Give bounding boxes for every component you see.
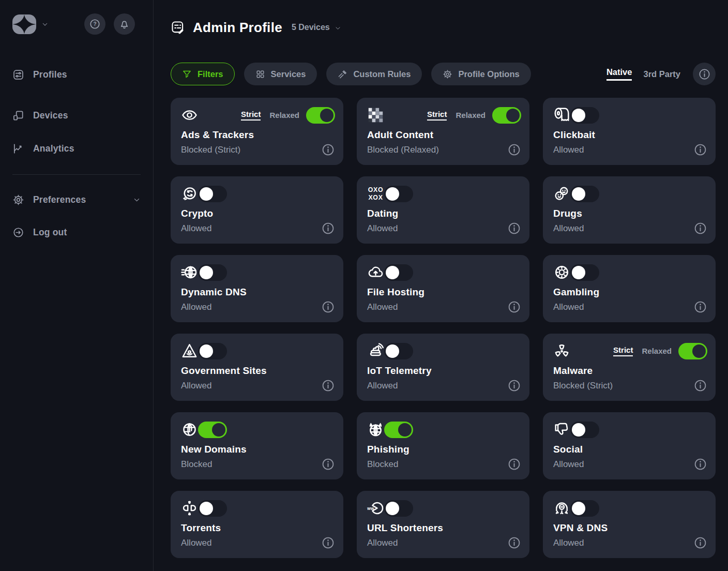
filter-toggle[interactable] (384, 264, 413, 281)
filter-toggle[interactable] (678, 343, 707, 359)
profile-badge-icon (171, 20, 185, 35)
sidebar-item-label: Log out (33, 227, 67, 238)
info-icon[interactable] (693, 379, 707, 393)
info-icon[interactable] (507, 300, 521, 314)
filter-toggle[interactable] (570, 422, 599, 438)
info-icon[interactable] (321, 379, 335, 393)
filter-card: Crypto Allowed (171, 176, 343, 244)
info-icon[interactable] (693, 300, 707, 314)
filter-card: Social Allowed (543, 412, 716, 479)
filter-card: Phishing Blocked (357, 412, 529, 479)
filter-title: URL Shorteners (367, 522, 521, 534)
toggle-knob (386, 344, 399, 358)
sidebar-item-devices[interactable]: Devices (12, 108, 141, 123)
info-icon[interactable] (321, 457, 335, 471)
info-icon[interactable] (693, 457, 707, 471)
info-icon[interactable] (693, 143, 707, 157)
tab-services[interactable]: Services (244, 63, 317, 85)
sidebar-item-profiles[interactable]: Profiles (12, 67, 141, 82)
chevron-down-icon (133, 196, 141, 204)
sidebar-item-analytics[interactable]: Analytics (12, 141, 141, 156)
info-icon[interactable] (693, 536, 707, 550)
brand-logo (12, 14, 36, 34)
info-icon[interactable] (507, 457, 521, 471)
filter-toggle[interactable] (492, 107, 521, 124)
relaxed-option[interactable]: Relaxed (269, 111, 299, 119)
sidebar-item-label: Preferences (33, 194, 86, 205)
filter-toggle[interactable] (570, 264, 599, 281)
info-icon[interactable] (321, 536, 335, 550)
tab-profile-options[interactable]: Profile Options (431, 63, 530, 85)
filter-status: Blocked (181, 459, 212, 470)
filter-toggle[interactable] (570, 186, 599, 202)
filter-toggle[interactable] (198, 186, 227, 202)
analytics-icon (12, 143, 24, 155)
filter-toggle[interactable] (384, 422, 413, 438)
filter-toggle[interactable] (198, 422, 227, 438)
source-option-3rd-party[interactable]: 3rd Party (643, 69, 680, 79)
filter-title: Crypto (181, 208, 335, 219)
filter-toggle[interactable] (384, 343, 413, 359)
tab-filters[interactable]: Filters (171, 63, 235, 85)
account-menu[interactable] (12, 14, 49, 34)
filter-toggle[interactable] (306, 107, 335, 124)
relaxed-option[interactable]: Relaxed (642, 347, 672, 355)
filter-toggle[interactable] (570, 107, 599, 124)
chevron-down-icon (41, 21, 49, 28)
devices-dropdown[interactable]: 5 Devices (292, 23, 341, 32)
filter-card: IoT Telemetry Allowed (357, 334, 529, 401)
help-button[interactable]: ? (84, 13, 105, 35)
filter-toggle[interactable] (384, 186, 413, 202)
toggle-knob (200, 502, 213, 515)
source-option-native[interactable]: Native (606, 67, 632, 81)
strictness-options: Strict Relaxed (241, 110, 299, 121)
main-content: Admin Profile 5 Devices Filters Services… (154, 0, 728, 571)
info-icon[interactable] (321, 143, 335, 157)
svg-text:OXO: OXO (368, 186, 384, 193)
source-switch: Native 3rd Party (606, 63, 716, 85)
filter-title: Dating (367, 208, 521, 219)
globe-speed-icon (181, 264, 198, 281)
filter-card: Strict Relaxed Ads & Trackers Blocked (S… (171, 98, 343, 165)
info-icon[interactable] (507, 536, 521, 550)
filter-card: Gambling Allowed (543, 255, 716, 322)
filter-toggle[interactable] (570, 500, 599, 517)
filter-title: Torrents (181, 522, 335, 534)
toilet-paper-icon (553, 107, 570, 124)
filter-toggle[interactable] (198, 343, 227, 359)
toggle-knob (386, 502, 399, 515)
sidebar-item-preferences[interactable]: Preferences (12, 192, 141, 207)
info-icon[interactable] (321, 300, 335, 314)
strict-option[interactable]: Strict (613, 345, 633, 356)
info-icon[interactable] (321, 221, 335, 235)
info-button[interactable] (693, 63, 716, 85)
tab-custom-rules[interactable]: Custom Rules (326, 63, 422, 85)
filter-icon (182, 69, 192, 79)
filter-status: Allowed (553, 302, 584, 312)
eye-icon (181, 107, 198, 124)
strict-option[interactable]: Strict (427, 110, 447, 121)
sidebar-item-logout[interactable]: Log out (12, 224, 141, 240)
filter-toggle[interactable] (198, 264, 227, 281)
info-icon[interactable] (507, 379, 521, 393)
grid-icon (255, 69, 265, 79)
filter-toggle[interactable] (198, 500, 227, 517)
filter-card: ww URL Shorteners Allowed (357, 491, 529, 558)
info-icon[interactable] (693, 221, 707, 235)
filter-title: Drugs (553, 208, 707, 219)
info-icon[interactable] (507, 221, 521, 235)
toggle-knob (386, 187, 399, 201)
relaxed-option[interactable]: Relaxed (456, 111, 486, 119)
tab-label: Services (271, 69, 306, 79)
notifications-button[interactable] (114, 13, 135, 35)
svg-text:?: ? (93, 21, 96, 27)
filter-status: Allowed (367, 302, 398, 312)
filter-status: Allowed (553, 145, 584, 155)
broken-link-icon (181, 500, 198, 517)
filter-toggle[interactable] (384, 500, 413, 517)
strict-option[interactable]: Strict (241, 110, 261, 121)
info-icon[interactable] (507, 143, 521, 157)
thumbs-down-icon (553, 421, 570, 438)
filter-status: Blocked (Relaxed) (367, 145, 439, 155)
gavel-icon (338, 69, 347, 79)
